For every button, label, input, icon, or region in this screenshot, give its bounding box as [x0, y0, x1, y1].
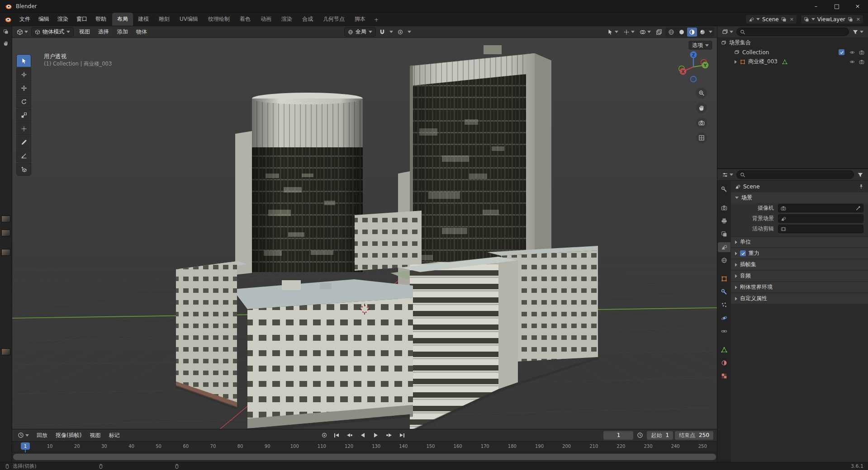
properties-tab-world[interactable]	[718, 255, 730, 265]
properties-tab-render[interactable]	[718, 203, 730, 213]
timeline-menu-item[interactable]: 视图	[85, 432, 104, 439]
viewport-menu-item[interactable]: 物体	[132, 28, 151, 36]
property-field[interactable]	[778, 204, 863, 212]
play-reverse-button[interactable]	[357, 431, 369, 440]
panel-section[interactable]: 插帧集	[731, 259, 868, 270]
show-gizmo-toggle[interactable]	[621, 28, 636, 37]
shading-material-button[interactable]	[687, 28, 697, 37]
properties-tab-data[interactable]	[718, 345, 730, 355]
timeline-menu-item[interactable]: 回放	[33, 432, 52, 439]
outliner-row[interactable]: Collection	[717, 47, 868, 57]
add-workspace-button[interactable]: +	[370, 14, 382, 26]
property-field[interactable]	[778, 225, 863, 233]
viewport-menu-item[interactable]: 选择	[94, 28, 113, 36]
outliner-search-input[interactable]	[736, 28, 849, 36]
mode-selector[interactable]: 物体模式	[31, 27, 74, 37]
play-button[interactable]	[370, 431, 382, 440]
timeline-menu-item[interactable]: 标记	[104, 432, 123, 439]
workspace-tab[interactable]: 建模	[133, 13, 154, 26]
timeline-scrollbar[interactable]	[12, 452, 717, 462]
panel-section[interactable]: 重力	[731, 248, 868, 258]
zoom-button[interactable]	[696, 88, 707, 99]
tool-annotate[interactable]	[16, 136, 31, 149]
show-overlays-toggle[interactable]	[638, 28, 653, 37]
disable-in-renders-icon[interactable]	[859, 50, 864, 55]
workspace-tab[interactable]: 几何节点	[318, 13, 350, 26]
panel-section[interactable]: 自定义属性	[731, 293, 868, 304]
workspace-tab[interactable]: 动画	[256, 13, 276, 26]
expand-icon[interactable]	[735, 60, 737, 64]
outliner-row[interactable]: 商业楼_003	[717, 57, 868, 66]
properties-tab-constraints[interactable]	[718, 326, 730, 336]
properties-tab-texture[interactable]	[718, 371, 730, 381]
editor-type-icon[interactable]	[3, 29, 9, 34]
unlink-scene-button[interactable]: ×	[789, 16, 794, 22]
menubar-item[interactable]: 窗口	[72, 13, 91, 26]
remove-viewlayer-button[interactable]: ×	[855, 16, 860, 22]
menubar-item[interactable]: 编辑	[34, 13, 53, 26]
jump-next-keyframe-button[interactable]	[384, 431, 395, 440]
panel-scene-header[interactable]: 场景	[731, 193, 868, 203]
disable-in-renders-icon[interactable]	[859, 59, 864, 65]
shading-wireframe-button[interactable]	[666, 28, 676, 37]
tool-3d-cursor[interactable]	[16, 68, 31, 81]
close-button[interactable]: ×	[847, 0, 868, 12]
panel-section[interactable]: 音频	[731, 271, 868, 281]
playhead[interactable]: 1	[21, 442, 30, 450]
properties-tab-scene[interactable]	[718, 242, 730, 252]
jump-to-end-button[interactable]	[397, 431, 408, 440]
shading-rendered-button[interactable]	[697, 28, 707, 37]
tool-scale[interactable]	[16, 108, 31, 122]
jump-prev-keyframe-button[interactable]	[344, 431, 356, 440]
shading-dropdown[interactable]	[708, 28, 713, 37]
xray-toggle[interactable]	[654, 28, 664, 37]
tool-select-box[interactable]	[16, 54, 31, 67]
scene-selector[interactable]: Scene ×	[745, 14, 797, 24]
snap-toggle[interactable]	[377, 28, 387, 37]
property-field[interactable]	[778, 214, 863, 223]
hide-in-viewport-icon[interactable]	[849, 50, 855, 55]
frame-start-field[interactable]: 起始1	[647, 431, 673, 440]
viewlayer-selector[interactable]: ViewLayer ×	[801, 14, 863, 24]
properties-search-input[interactable]	[736, 170, 854, 179]
object-visibility-dropdown[interactable]	[605, 28, 620, 37]
timeline-menu-item[interactable]: 抠像(插帧)	[52, 432, 85, 439]
blender-menu-button[interactable]	[0, 13, 15, 26]
toggle-ortho-button[interactable]	[696, 132, 707, 143]
viewport-menu-item[interactable]: 视图	[75, 28, 94, 36]
workspace-tab[interactable]: 着色	[235, 13, 256, 26]
tool-transform[interactable]	[16, 122, 31, 135]
jump-to-start-button[interactable]	[331, 431, 342, 440]
viewport-options-dropdown[interactable]: 选项	[688, 41, 712, 50]
checkbox[interactable]	[740, 250, 746, 256]
proportional-edit-dropdown[interactable]	[407, 28, 412, 37]
side-editor-strip[interactable]	[0, 26, 12, 462]
properties-tab-tool[interactable]	[718, 184, 730, 194]
navigation-gizmo[interactable]: Z Y X	[676, 49, 711, 83]
workspace-tab[interactable]: 合成	[297, 13, 318, 26]
properties-tab-material[interactable]	[718, 358, 730, 368]
scrollbar-thumb[interactable]	[13, 454, 716, 460]
pin-icon[interactable]	[859, 184, 864, 189]
properties-tab-output[interactable]	[718, 216, 730, 226]
workspace-tab[interactable]: 雕刻	[154, 13, 175, 26]
properties-tab-modifiers[interactable]	[718, 287, 730, 297]
eyedropper-icon[interactable]	[855, 206, 861, 211]
new-viewlayer-icon[interactable]	[848, 17, 853, 22]
transform-orientation-dropdown[interactable]: 全局	[344, 27, 376, 37]
frame-end-field[interactable]: 结束点250	[675, 431, 713, 440]
tool-measure[interactable]	[16, 149, 31, 162]
camera-view-button[interactable]	[696, 118, 707, 128]
checkbox[interactable]	[839, 49, 844, 55]
panel-section[interactable]: 刚体世界环境	[731, 282, 868, 292]
outliner-row-scene-collection[interactable]: 场景集合	[717, 38, 868, 47]
properties-tab-object[interactable]	[718, 274, 730, 284]
auto-keying-toggle[interactable]	[319, 431, 329, 440]
new-scene-icon[interactable]	[781, 17, 787, 22]
minimize-button[interactable]: –	[806, 0, 826, 12]
panel-section[interactable]: 单位	[731, 237, 868, 247]
preview-range-toggle[interactable]	[635, 431, 645, 440]
editor-type-selector[interactable]	[16, 431, 31, 440]
timeline-ruler[interactable]: 1020304050607080901001101201301401501601…	[12, 442, 717, 452]
hide-in-viewport-icon[interactable]	[849, 59, 855, 65]
